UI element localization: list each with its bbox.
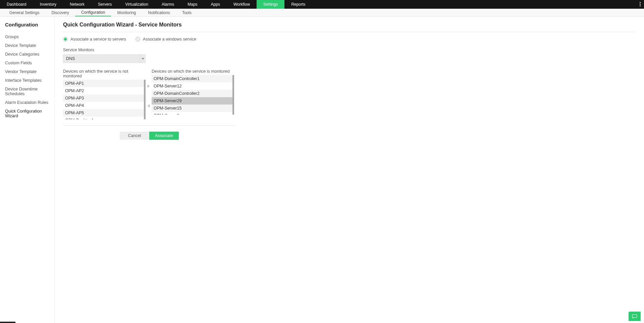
topnav-item-apps[interactable]: Apps: [204, 0, 227, 9]
topnav-item-workflow[interactable]: Workflow: [227, 0, 257, 9]
list-item[interactable]: OPM-DomainController2: [152, 90, 234, 97]
list-item[interactable]: OPM-Server15: [152, 105, 234, 112]
subnav-item-configuration[interactable]: Configuration: [75, 9, 111, 16]
main-content: Quick Configuration Wizard - Service Mon…: [54, 17, 644, 323]
device-transfer-lists: Devices on which the service is not moni…: [63, 69, 636, 119]
topnav-item-settings[interactable]: Settings: [257, 0, 284, 9]
radio-associate-windows-service[interactable]: Associate a windows service: [136, 37, 196, 42]
list-item[interactable]: OPM-AP5: [63, 109, 146, 117]
unmonitored-devices-list[interactable]: OPM-AP1OPM-AP2OPM-AP3OPM-AP4OPM-AP5OPM-D…: [63, 80, 146, 119]
scrollbar[interactable]: [232, 75, 234, 115]
divider: [63, 125, 235, 126]
list-item[interactable]: OPM-Desktop1: [63, 117, 146, 119]
chat-icon: [632, 313, 638, 319]
transfer-arrows: [146, 76, 152, 116]
list-item[interactable]: OPM-Server29: [152, 97, 234, 105]
sidebar-item-custom-fields[interactable]: Custom Fields: [5, 59, 49, 67]
associate-button[interactable]: Associate: [149, 132, 179, 140]
subnav-item-notifications[interactable]: Notifications: [142, 9, 176, 16]
sidebar-item-interface-templates[interactable]: Interface Templates: [5, 76, 49, 85]
subnav-item-general-settings[interactable]: General Settings: [3, 9, 45, 16]
list-item[interactable]: OPM-Server9: [152, 112, 234, 115]
left-list-header: Devices on which the service is not moni…: [63, 69, 146, 78]
chevron-left-icon: [148, 104, 150, 108]
list-item[interactable]: OPM-AP1: [63, 80, 146, 87]
top-nav: DashboardInventoryNetworkServersVirtuali…: [0, 0, 644, 9]
svg-rect-0: [632, 315, 637, 318]
list-item[interactable]: OPM-DomainController1: [152, 75, 234, 82]
monitored-devices-list[interactable]: OPM-DomainController1OPM-Server12OPM-Dom…: [152, 75, 234, 115]
topnav-item-network[interactable]: Network: [63, 0, 91, 9]
divider: [63, 32, 636, 32]
topnav-item-servers[interactable]: Servers: [91, 0, 118, 9]
service-monitors-label: Service Monitors: [63, 48, 636, 52]
list-item[interactable]: OPM-AP4: [63, 102, 146, 109]
subnav-item-tools[interactable]: Tools: [176, 9, 198, 16]
radio-label: Associate a windows service: [143, 37, 196, 42]
sidebar-item-vendor-template[interactable]: Vendor Template: [5, 67, 49, 76]
action-buttons: Cancel Associate: [63, 132, 235, 140]
topnav-item-virtualization[interactable]: Virtualization: [118, 0, 155, 9]
sub-nav: General SettingsDiscoveryConfigurationMo…: [0, 9, 644, 17]
topnav-item-dashboard[interactable]: Dashboard: [0, 0, 33, 9]
move-left-button[interactable]: [147, 104, 151, 108]
topnav-item-maps[interactable]: Maps: [181, 0, 204, 9]
page-title: Quick Configuration Wizard - Service Mon…: [63, 22, 636, 28]
list-item[interactable]: OPM-AP3: [63, 94, 146, 102]
subnav-item-discovery[interactable]: Discovery: [45, 9, 75, 16]
topnav-item-inventory[interactable]: Inventory: [33, 0, 63, 9]
scrollbar[interactable]: [144, 80, 146, 119]
select-value: DNS: [66, 56, 75, 61]
topnav-item-alarms[interactable]: Alarms: [155, 0, 181, 9]
chat-fab-button[interactable]: [629, 312, 641, 321]
topnav-item-reports[interactable]: Reports: [284, 0, 312, 9]
association-type-radio-group: Associate a service to servers Associate…: [63, 37, 636, 42]
sidebar-item-device-downtime-schedules[interactable]: Device Downtime Schedules: [5, 85, 49, 98]
sidebar-item-quick-configuration-wizard[interactable]: Quick Configuration Wizard: [5, 107, 49, 120]
sidebar-item-device-template[interactable]: Device Template: [5, 41, 49, 50]
service-monitors-select[interactable]: DNS: [63, 54, 146, 63]
list-item[interactable]: OPM-Server12: [152, 82, 234, 90]
chevron-right-icon: [148, 84, 150, 88]
sidebar-item-device-categories[interactable]: Device Categories: [5, 50, 49, 59]
sidebar-item-groups[interactable]: Groups: [5, 33, 49, 41]
sidebar-title: Configuration: [5, 22, 49, 27]
radio-label: Associate a service to servers: [70, 37, 126, 42]
radio-icon: [136, 37, 140, 42]
subnav-item-monitoring[interactable]: Monitoring: [111, 9, 142, 16]
sidebar-item-alarm-escalation-rules[interactable]: Alarm Escalation Rules: [5, 98, 49, 107]
status-bar-fragment: [0, 322, 15, 323]
right-list-header: Devices on which the service is monitore…: [152, 69, 234, 74]
kebab-menu-icon[interactable]: [640, 0, 641, 9]
cancel-button[interactable]: Cancel: [120, 132, 149, 140]
config-sidebar: Configuration GroupsDevice TemplateDevic…: [0, 17, 54, 323]
chevron-down-icon: [140, 55, 145, 63]
list-item[interactable]: OPM-AP2: [63, 87, 146, 94]
move-right-button[interactable]: [147, 84, 151, 88]
radio-associate-service-to-servers[interactable]: Associate a service to servers: [63, 37, 126, 42]
radio-icon: [63, 37, 68, 42]
